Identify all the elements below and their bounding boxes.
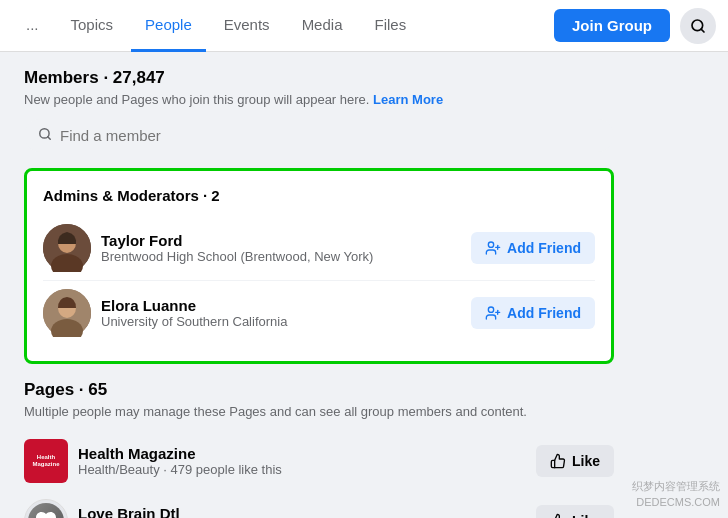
nav-right: Join Group [554, 8, 716, 44]
learn-more-link[interactable]: Learn More [373, 92, 443, 107]
health-magazine-logo: HealthMagazine [24, 439, 68, 483]
avatar-taylor [43, 224, 91, 272]
nav-bar: ... Topics People Events Media Files Joi… [0, 0, 728, 52]
members-header: Members · 27,847 [24, 68, 656, 88]
taylor-school: Brentwood High School (Brentwood, New Yo… [101, 249, 461, 264]
page-row-lovebrain: Love Brain Dtl Community Organization · … [24, 491, 614, 518]
svg-point-13 [488, 307, 493, 312]
tab-files[interactable]: Files [360, 0, 420, 52]
member-row-elora: Elora Luanne University of Southern Cali… [43, 280, 595, 345]
members-title: Members [24, 68, 99, 87]
health-magazine-name: Health Magazine [78, 445, 526, 462]
taylor-info: Taylor Ford Brentwood High School (Brent… [101, 232, 461, 264]
health-magazine-info: Health Magazine Health/Beauty · 479 peop… [78, 445, 526, 477]
love-brain-info: Love Brain Dtl Community Organization · … [78, 505, 526, 518]
like-health-button[interactable]: Like [536, 445, 614, 477]
health-magazine-desc: Health/Beauty · 479 people like this [78, 462, 526, 477]
avatar-elora [43, 289, 91, 337]
find-member-search[interactable] [24, 119, 614, 152]
members-count: · 27,847 [103, 68, 164, 87]
svg-line-3 [48, 137, 51, 140]
member-row-taylor: Taylor Ford Brentwood High School (Brent… [43, 216, 595, 280]
nav-tabs: ... Topics People Events Media Files [12, 0, 554, 52]
elora-name: Elora Luanne [101, 297, 461, 314]
add-friend-icon [485, 240, 501, 256]
taylor-name: Taylor Ford [101, 232, 461, 249]
elora-info: Elora Luanne University of Southern Cali… [101, 297, 461, 329]
love-brain-icon [34, 509, 58, 518]
add-friend-icon [485, 305, 501, 321]
tab-media[interactable]: Media [288, 0, 357, 52]
love-brain-logo [24, 499, 68, 518]
elora-avatar-image [43, 289, 91, 337]
thumbs-up-icon [550, 453, 566, 469]
add-friend-elora-button[interactable]: Add Friend [471, 297, 595, 329]
tab-topics[interactable]: Topics [57, 0, 128, 52]
taylor-avatar-image [43, 224, 91, 272]
tab-about[interactable]: ... [12, 0, 53, 52]
pages-subtitle: Multiple people may manage these Pages a… [24, 404, 614, 419]
find-member-input[interactable] [60, 127, 600, 144]
search-nav-button[interactable] [680, 8, 716, 44]
pages-title: Pages · 65 [24, 380, 614, 400]
love-brain-logo-inner [28, 503, 64, 518]
search-box-icon [38, 127, 52, 144]
like-lovebrain-button[interactable]: Like [536, 505, 614, 518]
pages-section: Pages · 65 Multiple people may manage th… [24, 380, 614, 518]
admins-title: Admins & Moderators · 2 [43, 187, 595, 204]
members-subtitle: New people and Pages who join this group… [24, 92, 656, 107]
svg-line-1 [701, 29, 704, 32]
elora-school: University of Southern California [101, 314, 461, 329]
thumbs-up-icon-2 [550, 513, 566, 518]
tab-people[interactable]: People [131, 0, 206, 52]
search-icon [690, 18, 706, 34]
page-row-health: HealthMagazine Health Magazine Health/Be… [24, 431, 614, 491]
add-friend-taylor-button[interactable]: Add Friend [471, 232, 595, 264]
tab-events[interactable]: Events [210, 0, 284, 52]
love-brain-name: Love Brain Dtl [78, 505, 526, 518]
main-content: Members · 27,847 New people and Pages wh… [0, 52, 680, 518]
admins-moderators-box: Admins & Moderators · 2 Taylor Ford Bren… [24, 168, 614, 364]
svg-point-7 [488, 242, 493, 247]
join-group-button[interactable]: Join Group [554, 9, 670, 42]
